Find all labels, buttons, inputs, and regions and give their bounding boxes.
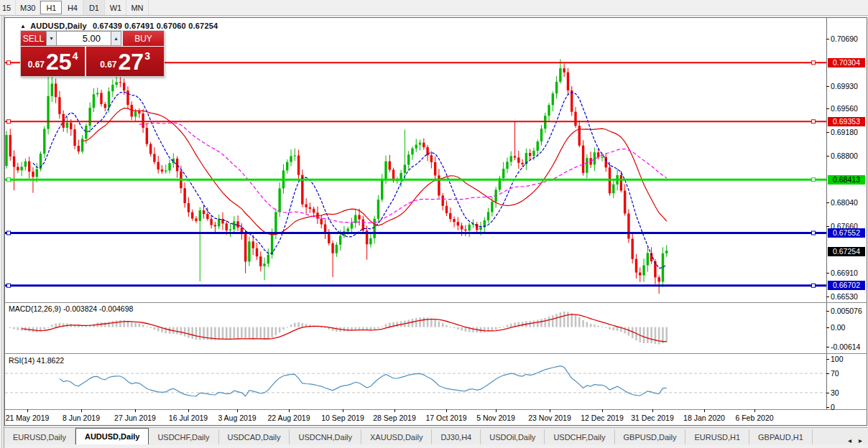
macd-bar bbox=[294, 323, 296, 327]
chart-tab-bar: EURUSD,DailyAUDUSD,DailyUSDCHF,DailyUSDC… bbox=[4, 427, 868, 444]
chart-tab-usdchf-daily[interactable]: USDCHF,Daily bbox=[149, 429, 218, 444]
macd-bar bbox=[47, 327, 50, 328]
macd-bar bbox=[643, 327, 645, 343]
candle-body bbox=[540, 129, 542, 141]
candle-body bbox=[627, 213, 629, 238]
macd-bar bbox=[567, 312, 569, 327]
buy-price-prefix: 0.67 bbox=[100, 60, 116, 70]
candle-body bbox=[555, 82, 558, 93]
chart-tab-usdoil-daily[interactable]: USDOil,Daily bbox=[481, 429, 545, 444]
macd-bar bbox=[472, 327, 474, 332]
candle-body bbox=[419, 143, 421, 145]
volume-decrease-button[interactable]: ▾ bbox=[46, 31, 57, 46]
hline-handle[interactable] bbox=[7, 120, 11, 123]
chart-tab-usdchf-daily[interactable]: USDCHF,Daily bbox=[545, 429, 614, 444]
time-axis-tick bbox=[237, 409, 238, 412]
candle-body bbox=[24, 162, 27, 167]
macd-bar bbox=[423, 317, 425, 327]
chart-tab-gbpusd-daily[interactable]: GBPUSD,Daily bbox=[615, 429, 686, 444]
chart-tab-xauusd-daily[interactable]: XAUUSD,Daily bbox=[361, 429, 432, 444]
candle-body bbox=[339, 235, 341, 244]
hline-handle[interactable] bbox=[812, 284, 816, 287]
candle-body bbox=[411, 149, 413, 155]
rsi-label: RSI(14) 41.8622 bbox=[9, 356, 64, 365]
buy-price-button[interactable]: 0.67 27 3 bbox=[86, 47, 164, 76]
hline-handle[interactable] bbox=[7, 284, 11, 287]
hline-handle[interactable] bbox=[812, 120, 816, 123]
macd-bar bbox=[465, 327, 467, 332]
volume-increase-button[interactable]: ▴ bbox=[111, 31, 121, 46]
hline-handle[interactable] bbox=[7, 178, 11, 182]
chart-tab-usdcad-daily[interactable]: USDCAD,Daily bbox=[219, 429, 290, 444]
price-axis-tick bbox=[826, 202, 829, 203]
macd-label: MACD(12,26,9) -0.003824 -0.004698 bbox=[9, 304, 133, 313]
macd-bar bbox=[271, 327, 273, 337]
macd-bar bbox=[552, 315, 554, 327]
sell-price-pip: 4 bbox=[73, 50, 78, 62]
hline-handle[interactable] bbox=[7, 61, 11, 65]
time-axis-label: 31 Dec 2019 bbox=[631, 414, 674, 422]
chart-tab-dj30-h4[interactable]: DJ30,H4 bbox=[432, 429, 481, 444]
macd-bar bbox=[112, 321, 114, 327]
sell-price-prefix: 0.67 bbox=[28, 60, 45, 70]
candle-body bbox=[195, 218, 197, 220]
macd-bar bbox=[282, 327, 285, 330]
chart-tab-audusd-daily[interactable]: AUDUSD,Daily bbox=[75, 428, 149, 444]
macd-bar bbox=[55, 323, 57, 327]
hline-handle[interactable] bbox=[7, 231, 11, 235]
candle-body bbox=[203, 210, 205, 214]
candle-body bbox=[244, 234, 246, 261]
tab-scroll-left-icon[interactable]: ◂ bbox=[848, 437, 851, 444]
time-axis-label: 10 Sep 2019 bbox=[321, 414, 364, 422]
candle-body bbox=[586, 158, 588, 173]
collapse-panel-icon[interactable]: ▲ bbox=[20, 23, 26, 29]
price-axis-tick bbox=[826, 132, 829, 133]
hline-handle[interactable] bbox=[812, 231, 816, 235]
chart-tab-eurusd-daily[interactable]: EURUSD,Daily bbox=[4, 429, 75, 444]
chart-tab-gbpaud-h1[interactable]: GBPAUD,H1 bbox=[749, 429, 813, 444]
macd-bar bbox=[412, 319, 414, 327]
time-axis-label: 6 Feb 2020 bbox=[735, 414, 773, 422]
chart-tab-eurusd-h1[interactable]: EURUSD,H1 bbox=[685, 429, 749, 444]
macd-bar bbox=[544, 318, 546, 327]
candle-body bbox=[468, 225, 470, 230]
candle-body bbox=[491, 202, 493, 212]
macd-bar bbox=[575, 314, 577, 327]
macd-bar bbox=[275, 327, 277, 335]
candle-body bbox=[632, 238, 634, 258]
macd-bar bbox=[457, 327, 459, 330]
macd-bar bbox=[609, 327, 611, 330]
candle-body bbox=[597, 152, 599, 157]
macd-bar bbox=[249, 327, 251, 339]
macd-bar bbox=[101, 322, 103, 327]
macd-bar bbox=[286, 327, 288, 328]
candle-body bbox=[320, 219, 323, 225]
price-axis-tick bbox=[826, 108, 829, 109]
buy-button[interactable]: BUY bbox=[123, 31, 164, 46]
candle-body bbox=[642, 266, 645, 276]
macd-bar bbox=[229, 327, 231, 340]
candle-body bbox=[111, 85, 114, 91]
candle-body bbox=[548, 105, 550, 116]
hline-handle[interactable] bbox=[812, 178, 816, 182]
rsi-axis-tick bbox=[826, 407, 829, 408]
candle-body bbox=[58, 97, 60, 114]
candle-body bbox=[278, 188, 280, 212]
candle-body bbox=[384, 162, 387, 179]
candle-body bbox=[449, 213, 451, 219]
candle-body bbox=[259, 256, 262, 266]
volume-input[interactable]: 5.00 bbox=[57, 31, 111, 46]
tab-scroll-right-icon[interactable]: ▸ bbox=[859, 437, 862, 444]
chart-tab-usdcnh-daily[interactable]: USDCNH,Daily bbox=[290, 429, 361, 444]
time-axis-tick bbox=[652, 409, 653, 412]
sell-button[interactable]: SELL bbox=[21, 31, 46, 46]
candle-body bbox=[168, 163, 170, 170]
hline-handle[interactable] bbox=[812, 61, 816, 65]
sell-price-button[interactable]: 0.67 25 4 bbox=[21, 47, 85, 76]
macd-bar bbox=[134, 323, 137, 327]
candle-body bbox=[78, 146, 80, 151]
macd-bar bbox=[320, 327, 323, 328]
macd-bar bbox=[157, 327, 160, 332]
candle-body bbox=[377, 200, 379, 219]
candle-body bbox=[229, 229, 231, 230]
